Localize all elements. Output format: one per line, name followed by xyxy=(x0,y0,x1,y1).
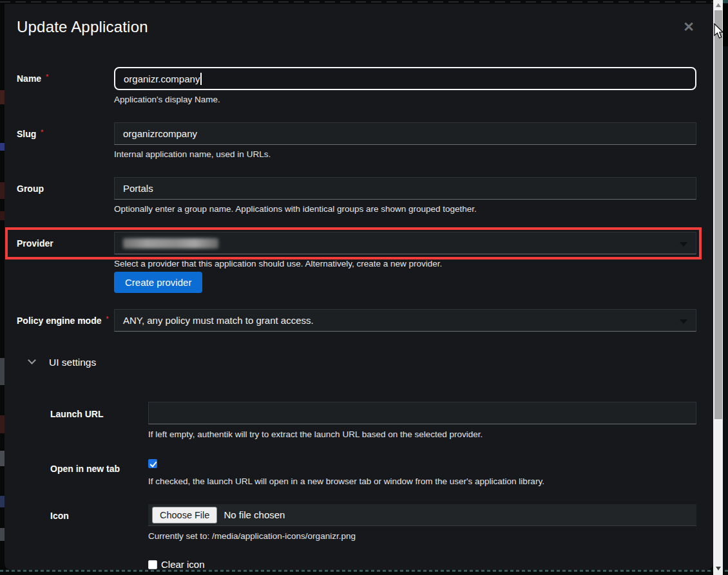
page-behind-fragment xyxy=(0,415,5,433)
launch-url-help: If left empty, authentik will try to ext… xyxy=(148,429,483,439)
name-help: Application's display Name. xyxy=(114,95,220,104)
required-marker: * xyxy=(106,316,108,323)
page-behind-fragment xyxy=(0,496,5,507)
screen: Update Application ✕ Name* organizr.comp… xyxy=(0,0,728,575)
name-label: Name* xyxy=(17,73,113,84)
choose-file-button[interactable]: Choose File xyxy=(152,507,217,523)
required-marker: * xyxy=(46,73,48,80)
file-status-text: No file chosen xyxy=(224,509,285,520)
provider-help: Select a provider that this application … xyxy=(114,259,442,269)
group-label: Group xyxy=(17,184,113,194)
open-in-new-tab-label: Open in new tab xyxy=(50,464,147,474)
page-behind-fragment xyxy=(0,182,5,199)
clear-icon-checkbox[interactable] xyxy=(148,560,157,569)
scrollbar-down-arrow-icon[interactable] xyxy=(716,567,721,570)
scrollbar-up-arrow-icon[interactable] xyxy=(716,3,721,7)
group-help: Optionally enter a group name. Applicati… xyxy=(114,204,477,214)
update-application-modal: Update Application ✕ Name* organizr.comp… xyxy=(5,4,713,570)
provider-select[interactable] xyxy=(114,232,696,254)
icon-file-input[interactable]: Choose File No file chosen xyxy=(148,504,696,526)
open-in-new-tab-help: If checked, the launch URL will open in … xyxy=(148,476,544,486)
vertical-scrollbar[interactable] xyxy=(713,0,723,575)
mouse-cursor-icon xyxy=(713,23,725,42)
chevron-down-icon xyxy=(680,319,687,324)
page-behind-right-edge xyxy=(723,0,728,575)
close-icon[interactable]: ✕ xyxy=(681,19,696,35)
ui-settings-section-toggle[interactable]: UI settings xyxy=(29,357,96,368)
provider-value-redacted xyxy=(123,238,218,249)
chevron-down-icon xyxy=(28,356,36,364)
page-behind-fragment xyxy=(0,90,5,104)
required-marker: * xyxy=(41,129,43,136)
open-in-new-tab-checkbox[interactable] xyxy=(148,459,157,468)
slug-input[interactable] xyxy=(114,122,696,145)
page-behind-fragment xyxy=(0,358,5,385)
page-behind-fragment xyxy=(0,451,5,466)
policy-engine-mode-select[interactable]: ANY, any policy must match to grant acce… xyxy=(114,309,696,332)
slug-help: Internal application name, used in URLs. xyxy=(114,149,271,159)
create-provider-button[interactable]: Create provider xyxy=(114,272,202,293)
modal-title: Update Application xyxy=(17,18,148,36)
ui-settings-section-title: UI settings xyxy=(49,357,96,368)
text-cursor xyxy=(200,73,202,85)
page-behind-bottom-edge xyxy=(0,570,728,575)
icon-current-help: Currently set to: /media/application-ico… xyxy=(148,531,356,541)
provider-label: Provider xyxy=(17,238,113,249)
icon-label: Icon xyxy=(50,511,147,521)
launch-url-input[interactable] xyxy=(148,402,696,424)
group-input[interactable] xyxy=(114,177,696,200)
page-behind-fragment xyxy=(0,211,5,220)
name-input[interactable]: organizr.company xyxy=(114,67,696,90)
chevron-down-icon xyxy=(680,242,687,247)
slug-label: Slug* xyxy=(17,129,113,139)
page-behind-fragment xyxy=(0,528,5,541)
clear-icon-label: Clear icon xyxy=(161,559,205,570)
policy-engine-mode-label: Policy engine mode* xyxy=(17,316,113,326)
scrollbar-thumb[interactable] xyxy=(714,10,722,419)
launch-url-label: Launch URL xyxy=(50,409,147,419)
page-behind-fragment xyxy=(0,143,5,151)
